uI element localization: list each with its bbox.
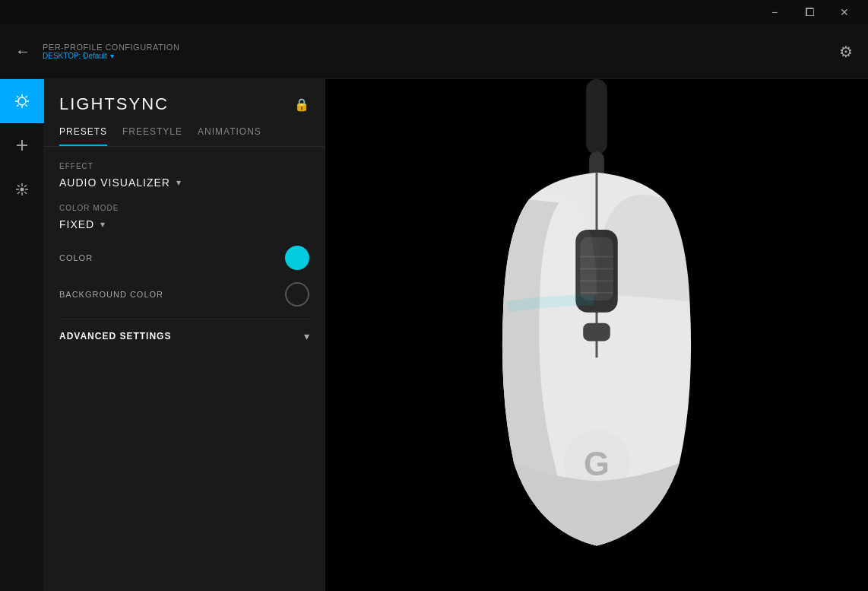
svg-rect-29 [583,323,610,342]
color-mode-arrow-icon: ▾ [100,219,106,230]
header-info: PER-PROFILE CONFIGURATION DESKTOP: Defau… [43,43,179,60]
advanced-chevron-icon: ▾ [304,330,309,342]
color-mode-value: FIXED [59,218,94,230]
color-picker[interactable] [285,246,309,270]
header: ← PER-PROFILE CONFIGURATION DESKTOP: Def… [0,24,868,79]
profile-dropdown[interactable]: DESKTOP: Default ▾ [43,52,179,60]
advanced-label: ADVANCED SETTINGS [59,331,171,342]
app-container: ← PER-PROFILE CONFIGURATION DESKTOP: Def… [0,24,868,591]
lightsync-icon [14,93,30,110]
svg-line-19 [17,192,20,194]
background-color-label: BACKGROUND COLOR [59,290,163,299]
mouse-preview: G [325,79,868,591]
color-mode-label: COLOR MODE [59,204,309,212]
svg-line-6 [25,105,27,106]
svg-line-17 [24,192,27,194]
profile-arrow-icon: ▾ [110,52,114,60]
background-color-row: BACKGROUND COLOR [59,282,309,307]
effect-arrow-icon: ▾ [176,177,182,188]
per-profile-label: PER-PROFILE CONFIGURATION [43,43,179,52]
settings-button[interactable]: ⚙ [839,43,853,61]
color-row: COLOR [59,246,309,270]
effect-label: EFFECT [59,162,309,170]
minimize-button[interactable]: − [757,0,792,24]
close-button[interactable]: ✕ [827,0,862,24]
tab-freestyle[interactable]: FREESTYLE [122,126,182,146]
background-color-picker[interactable] [285,282,309,307]
effect-dropdown[interactable]: AUDIO VISUALIZER ▾ [59,176,182,189]
color-mode-dropdown[interactable]: FIXED ▾ [59,218,106,230]
restore-button[interactable]: ⧠ [792,0,827,24]
panel-header: LIGHTSYNC 🔒 [44,79,325,114]
svg-line-5 [17,96,18,97]
effect-value: AUDIO VISUALIZER [59,176,170,189]
svg-line-18 [24,185,27,187]
svg-point-11 [20,188,24,192]
svg-text:G: G [584,446,610,482]
svg-point-0 [18,97,26,105]
panel-title: LIGHTSYNC [59,94,169,114]
panel: LIGHTSYNC 🔒 PRESETS FREESTYLE ANIMATIONS… [44,79,325,591]
sidebar-item-lightsync[interactable] [0,79,44,123]
sidebar-item-dpi[interactable] [0,167,44,211]
header-left: ← PER-PROFILE CONFIGURATION DESKTOP: Def… [15,43,179,60]
color-label: COLOR [59,253,93,262]
sidebar-item-add[interactable] [0,123,44,167]
tabs-container: PRESETS FREESTYLE ANIMATIONS [44,114,325,147]
title-bar: − ⧠ ✕ [0,0,868,24]
dpi-icon [14,182,30,197]
preview-area: G [325,79,868,591]
color-mode-group: COLOR MODE FIXED ▾ [59,204,309,230]
svg-line-8 [17,105,18,106]
back-button[interactable]: ← [15,43,30,60]
svg-rect-20 [586,79,607,154]
main-layout: LIGHTSYNC 🔒 PRESETS FREESTYLE ANIMATIONS… [0,79,868,591]
svg-line-16 [17,185,20,187]
advanced-settings-row[interactable]: ADVANCED SETTINGS ▾ [59,319,309,353]
lock-icon: 🔒 [294,97,309,112]
profile-name: DESKTOP: Default [43,52,107,60]
effect-group: EFFECT AUDIO VISUALIZER ▾ [59,162,309,189]
icon-sidebar [0,79,44,591]
panel-content: EFFECT AUDIO VISUALIZER ▾ COLOR MODE FIX… [44,147,325,368]
tab-presets[interactable]: PRESETS [59,126,107,146]
tab-animations[interactable]: ANIMATIONS [198,126,261,146]
svg-line-7 [25,96,27,97]
add-icon [14,138,30,153]
